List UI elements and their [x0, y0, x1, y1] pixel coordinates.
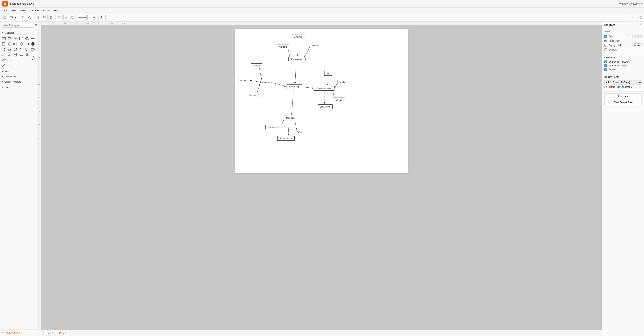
shape-diagonal-arrow[interactable]	[1, 63, 6, 68]
shape-callout[interactable]	[25, 47, 30, 52]
node-aims[interactable]: Aims	[294, 130, 304, 134]
line-color-btn[interactable]	[64, 15, 69, 20]
node-media[interactable]: Media	[338, 80, 348, 84]
grid-checkbox[interactable]	[604, 35, 607, 38]
connection-style-btn[interactable]: ▾	[78, 15, 87, 20]
grid-size-input[interactable]	[623, 35, 632, 38]
shape-dotted-line[interactable]	[19, 58, 24, 63]
shape-ellipse[interactable]	[25, 36, 30, 41]
menu-edit[interactable]: Edit	[10, 9, 18, 13]
node-theories[interactable]: Theories	[246, 93, 259, 97]
node-appeal[interactable]: Appeal	[238, 78, 249, 82]
shape-person[interactable]	[25, 52, 30, 57]
search-input[interactable]	[2, 23, 34, 28]
shape-rectangle[interactable]	[1, 36, 6, 41]
zoom-out-btn[interactable]	[27, 15, 32, 20]
shape-hexagon[interactable]	[13, 47, 18, 52]
background-image-btn[interactable]: Image	[632, 43, 642, 47]
node-advertising[interactable]: Advertising	[286, 84, 302, 89]
shape-triangle[interactable]	[7, 47, 12, 52]
shape-document[interactable]	[1, 52, 6, 57]
shape-diamond[interactable]	[19, 42, 24, 47]
connection-arrows-checkbox[interactable]	[604, 61, 607, 63]
node-segmentation[interactable]: Segmentation	[277, 136, 294, 140]
shape-square[interactable]	[1, 42, 6, 47]
section-uml[interactable]: ▶ UML	[0, 84, 37, 89]
menu-view[interactable]: View	[18, 9, 28, 13]
zoom-in-btn[interactable]	[20, 15, 26, 20]
zoom-control[interactable]: 70% ▾	[8, 15, 17, 20]
node-budget[interactable]: Budget	[309, 43, 321, 47]
node-content[interactable]: Content	[277, 45, 289, 49]
node-analysis[interactable]: Analysis	[292, 35, 305, 39]
paste-btn[interactable]	[48, 15, 54, 20]
shape-parallelogram[interactable]	[25, 42, 30, 47]
shape-text[interactable]: Text	[13, 36, 18, 41]
shape-note[interactable]	[19, 36, 24, 41]
portrait-radio[interactable]	[604, 86, 607, 88]
add-btn[interactable]: + ▾	[98, 15, 106, 20]
shape-circle[interactable]	[7, 42, 12, 47]
node-instruments[interactable]: Instruments	[266, 125, 281, 129]
node-events[interactable]: Events	[334, 98, 345, 102]
menu-extras[interactable]: Extras	[41, 9, 52, 13]
section-advanced[interactable]: ▶ Advanced	[0, 74, 37, 79]
delete-btn[interactable]	[35, 15, 41, 20]
shape-process[interactable]	[13, 42, 18, 47]
shape-step[interactable]	[30, 47, 36, 52]
clear-default-style-btn[interactable]: Clear Default Style	[604, 100, 642, 105]
menu-arrange[interactable]: Arrange	[28, 9, 40, 13]
portrait-label[interactable]: Portrait	[604, 86, 615, 88]
add-page-btn[interactable]: +	[70, 331, 74, 335]
copy-btn[interactable]	[42, 15, 48, 20]
shape-diagonal-line2[interactable]	[30, 58, 36, 63]
section-general[interactable]: ▼ General	[0, 30, 37, 35]
connection-points-checkbox[interactable]	[604, 64, 607, 67]
node-communication[interactable]: Communication	[314, 86, 334, 91]
guides-checkbox[interactable]	[604, 68, 607, 71]
landscape-radio[interactable]	[617, 86, 620, 88]
fullscreen-btn[interactable]	[630, 15, 636, 20]
right-panel-close-btn[interactable]: ✕	[639, 23, 642, 27]
format-panel-btn[interactable]	[637, 15, 642, 20]
paper-size-select[interactable]: A4 (210 mm x 297 mm) A3 Letter	[604, 80, 642, 84]
page-tab-2[interactable]: Page-2	[57, 331, 69, 335]
shape-line[interactable]	[30, 36, 36, 41]
node-marketing[interactable]: Marketing	[284, 116, 298, 120]
page-options-btn[interactable]: ⋮	[39, 331, 42, 335]
menu-file[interactable]: File	[2, 9, 10, 13]
shape-brace[interactable]	[30, 52, 36, 57]
diagram-canvas[interactable]: AnalysisBudgetContentOrganizationLayoutA…	[235, 29, 408, 173]
node-organization[interactable]: Organization	[288, 57, 306, 61]
node-sponsoring[interactable]: Sponsoring	[318, 104, 332, 109]
shape-btn[interactable]	[70, 15, 76, 20]
shape-cylinder[interactable]	[30, 42, 36, 47]
shape-cloud[interactable]	[19, 47, 24, 52]
shape-note2[interactable]	[13, 52, 18, 57]
canvas-container[interactable]: AnalysisBudgetContentOrganizationLayoutA…	[41, 25, 602, 330]
background-checkbox[interactable]	[604, 44, 607, 47]
edit-data-btn[interactable]: Edit Data	[604, 93, 642, 99]
section-entity-relation[interactable]: ▶ Entity Relation	[0, 79, 37, 84]
grid-color-swatch[interactable]	[634, 35, 642, 38]
waypoint-btn[interactable]: ▾	[88, 15, 96, 20]
shadow-checkbox[interactable]	[604, 48, 607, 51]
shape-arrow-bidir[interactable]	[7, 58, 12, 63]
more-shapes-btn[interactable]: + + More Shapes...	[0, 329, 37, 336]
menu-help[interactable]: Help	[52, 9, 61, 13]
landscape-label[interactable]: Landscape	[617, 86, 632, 88]
section-misc[interactable]: ▶ Misc	[0, 69, 37, 74]
shape-rounded-rect[interactable]	[7, 36, 12, 41]
search-icon[interactable]	[35, 23, 38, 28]
sidebar-toggle-btn[interactable]	[2, 15, 7, 20]
shape-diagonal-line[interactable]	[13, 58, 18, 63]
node-pr[interactable]: PR	[324, 71, 332, 76]
shape-tape[interactable]	[19, 52, 24, 57]
shape-arrow-right[interactable]	[1, 47, 6, 52]
shape-cube[interactable]	[7, 52, 12, 57]
page-tab-1[interactable]: Page-1	[44, 331, 56, 335]
page-view-checkbox[interactable]	[604, 40, 607, 42]
shape-horizontal-line[interactable]	[25, 58, 30, 63]
fill-color-btn[interactable]	[57, 15, 63, 20]
node-layout[interactable]: Layout	[251, 63, 262, 68]
